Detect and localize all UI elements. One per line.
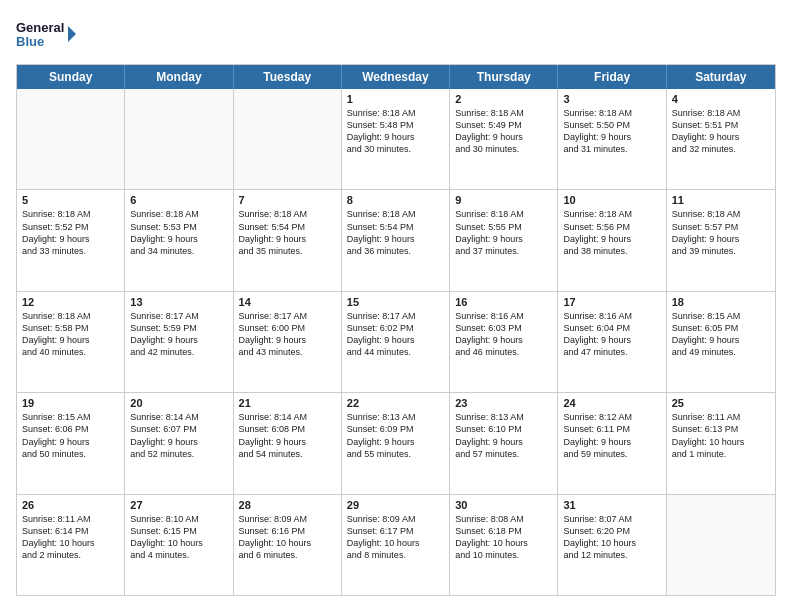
day-details: Sunrise: 8:11 AM Sunset: 6:14 PM Dayligh… [22, 513, 119, 562]
day-details: Sunrise: 8:18 AM Sunset: 5:55 PM Dayligh… [455, 208, 552, 257]
day-number: 6 [130, 194, 227, 206]
day-number: 30 [455, 499, 552, 511]
svg-text:General: General [16, 20, 64, 35]
day-cell-2: 2Sunrise: 8:18 AM Sunset: 5:49 PM Daylig… [450, 89, 558, 189]
svg-marker-2 [68, 26, 76, 42]
day-number: 1 [347, 93, 444, 105]
day-cell-19: 19Sunrise: 8:15 AM Sunset: 6:06 PM Dayli… [17, 393, 125, 493]
day-number: 9 [455, 194, 552, 206]
day-details: Sunrise: 8:09 AM Sunset: 6:17 PM Dayligh… [347, 513, 444, 562]
day-cell-11: 11Sunrise: 8:18 AM Sunset: 5:57 PM Dayli… [667, 190, 775, 290]
day-details: Sunrise: 8:18 AM Sunset: 5:49 PM Dayligh… [455, 107, 552, 156]
day-cell-25: 25Sunrise: 8:11 AM Sunset: 6:13 PM Dayli… [667, 393, 775, 493]
day-cell-14: 14Sunrise: 8:17 AM Sunset: 6:00 PM Dayli… [234, 292, 342, 392]
day-details: Sunrise: 8:18 AM Sunset: 5:50 PM Dayligh… [563, 107, 660, 156]
empty-cell [667, 495, 775, 595]
weekday-header-saturday: Saturday [667, 65, 775, 89]
day-details: Sunrise: 8:18 AM Sunset: 5:52 PM Dayligh… [22, 208, 119, 257]
logo: General Blue [16, 16, 76, 54]
day-details: Sunrise: 8:12 AM Sunset: 6:11 PM Dayligh… [563, 411, 660, 460]
day-number: 19 [22, 397, 119, 409]
day-details: Sunrise: 8:18 AM Sunset: 5:57 PM Dayligh… [672, 208, 770, 257]
weekday-header-thursday: Thursday [450, 65, 558, 89]
day-cell-16: 16Sunrise: 8:16 AM Sunset: 6:03 PM Dayli… [450, 292, 558, 392]
day-cell-26: 26Sunrise: 8:11 AM Sunset: 6:14 PM Dayli… [17, 495, 125, 595]
day-cell-20: 20Sunrise: 8:14 AM Sunset: 6:07 PM Dayli… [125, 393, 233, 493]
day-details: Sunrise: 8:11 AM Sunset: 6:13 PM Dayligh… [672, 411, 770, 460]
day-details: Sunrise: 8:15 AM Sunset: 6:06 PM Dayligh… [22, 411, 119, 460]
calendar-row-2: 5Sunrise: 8:18 AM Sunset: 5:52 PM Daylig… [17, 189, 775, 290]
calendar-header: SundayMondayTuesdayWednesdayThursdayFrid… [17, 65, 775, 89]
day-cell-5: 5Sunrise: 8:18 AM Sunset: 5:52 PM Daylig… [17, 190, 125, 290]
day-cell-9: 9Sunrise: 8:18 AM Sunset: 5:55 PM Daylig… [450, 190, 558, 290]
day-number: 18 [672, 296, 770, 308]
header: General Blue [16, 16, 776, 54]
day-cell-8: 8Sunrise: 8:18 AM Sunset: 5:54 PM Daylig… [342, 190, 450, 290]
day-number: 23 [455, 397, 552, 409]
day-details: Sunrise: 8:14 AM Sunset: 6:07 PM Dayligh… [130, 411, 227, 460]
empty-cell [234, 89, 342, 189]
day-cell-12: 12Sunrise: 8:18 AM Sunset: 5:58 PM Dayli… [17, 292, 125, 392]
day-number: 8 [347, 194, 444, 206]
empty-cell [17, 89, 125, 189]
day-cell-22: 22Sunrise: 8:13 AM Sunset: 6:09 PM Dayli… [342, 393, 450, 493]
day-number: 16 [455, 296, 552, 308]
day-cell-30: 30Sunrise: 8:08 AM Sunset: 6:18 PM Dayli… [450, 495, 558, 595]
weekday-header-monday: Monday [125, 65, 233, 89]
day-details: Sunrise: 8:08 AM Sunset: 6:18 PM Dayligh… [455, 513, 552, 562]
day-details: Sunrise: 8:18 AM Sunset: 5:54 PM Dayligh… [239, 208, 336, 257]
calendar-row-4: 19Sunrise: 8:15 AM Sunset: 6:06 PM Dayli… [17, 392, 775, 493]
day-number: 31 [563, 499, 660, 511]
day-number: 26 [22, 499, 119, 511]
day-details: Sunrise: 8:16 AM Sunset: 6:03 PM Dayligh… [455, 310, 552, 359]
day-number: 21 [239, 397, 336, 409]
day-details: Sunrise: 8:13 AM Sunset: 6:10 PM Dayligh… [455, 411, 552, 460]
day-number: 12 [22, 296, 119, 308]
day-number: 13 [130, 296, 227, 308]
day-cell-10: 10Sunrise: 8:18 AM Sunset: 5:56 PM Dayli… [558, 190, 666, 290]
day-cell-31: 31Sunrise: 8:07 AM Sunset: 6:20 PM Dayli… [558, 495, 666, 595]
day-cell-21: 21Sunrise: 8:14 AM Sunset: 6:08 PM Dayli… [234, 393, 342, 493]
day-number: 29 [347, 499, 444, 511]
empty-cell [125, 89, 233, 189]
day-number: 20 [130, 397, 227, 409]
day-details: Sunrise: 8:14 AM Sunset: 6:08 PM Dayligh… [239, 411, 336, 460]
day-cell-17: 17Sunrise: 8:16 AM Sunset: 6:04 PM Dayli… [558, 292, 666, 392]
day-number: 28 [239, 499, 336, 511]
day-cell-15: 15Sunrise: 8:17 AM Sunset: 6:02 PM Dayli… [342, 292, 450, 392]
day-details: Sunrise: 8:18 AM Sunset: 5:53 PM Dayligh… [130, 208, 227, 257]
day-details: Sunrise: 8:17 AM Sunset: 6:02 PM Dayligh… [347, 310, 444, 359]
day-cell-24: 24Sunrise: 8:12 AM Sunset: 6:11 PM Dayli… [558, 393, 666, 493]
day-cell-3: 3Sunrise: 8:18 AM Sunset: 5:50 PM Daylig… [558, 89, 666, 189]
calendar: SundayMondayTuesdayWednesdayThursdayFrid… [16, 64, 776, 596]
day-cell-29: 29Sunrise: 8:09 AM Sunset: 6:17 PM Dayli… [342, 495, 450, 595]
weekday-header-sunday: Sunday [17, 65, 125, 89]
day-details: Sunrise: 8:18 AM Sunset: 5:54 PM Dayligh… [347, 208, 444, 257]
day-number: 24 [563, 397, 660, 409]
calendar-row-1: 1Sunrise: 8:18 AM Sunset: 5:48 PM Daylig… [17, 89, 775, 189]
day-details: Sunrise: 8:17 AM Sunset: 6:00 PM Dayligh… [239, 310, 336, 359]
day-number: 3 [563, 93, 660, 105]
day-cell-7: 7Sunrise: 8:18 AM Sunset: 5:54 PM Daylig… [234, 190, 342, 290]
day-number: 17 [563, 296, 660, 308]
day-number: 15 [347, 296, 444, 308]
day-details: Sunrise: 8:16 AM Sunset: 6:04 PM Dayligh… [563, 310, 660, 359]
day-details: Sunrise: 8:13 AM Sunset: 6:09 PM Dayligh… [347, 411, 444, 460]
day-details: Sunrise: 8:18 AM Sunset: 5:58 PM Dayligh… [22, 310, 119, 359]
day-number: 7 [239, 194, 336, 206]
day-cell-18: 18Sunrise: 8:15 AM Sunset: 6:05 PM Dayli… [667, 292, 775, 392]
day-details: Sunrise: 8:10 AM Sunset: 6:15 PM Dayligh… [130, 513, 227, 562]
calendar-row-3: 12Sunrise: 8:18 AM Sunset: 5:58 PM Dayli… [17, 291, 775, 392]
day-details: Sunrise: 8:18 AM Sunset: 5:48 PM Dayligh… [347, 107, 444, 156]
day-cell-28: 28Sunrise: 8:09 AM Sunset: 6:16 PM Dayli… [234, 495, 342, 595]
calendar-row-5: 26Sunrise: 8:11 AM Sunset: 6:14 PM Dayli… [17, 494, 775, 595]
day-cell-6: 6Sunrise: 8:18 AM Sunset: 5:53 PM Daylig… [125, 190, 233, 290]
svg-text:Blue: Blue [16, 34, 44, 49]
day-number: 14 [239, 296, 336, 308]
calendar-body: 1Sunrise: 8:18 AM Sunset: 5:48 PM Daylig… [17, 89, 775, 595]
day-details: Sunrise: 8:17 AM Sunset: 5:59 PM Dayligh… [130, 310, 227, 359]
day-number: 11 [672, 194, 770, 206]
day-cell-4: 4Sunrise: 8:18 AM Sunset: 5:51 PM Daylig… [667, 89, 775, 189]
day-number: 25 [672, 397, 770, 409]
day-number: 22 [347, 397, 444, 409]
